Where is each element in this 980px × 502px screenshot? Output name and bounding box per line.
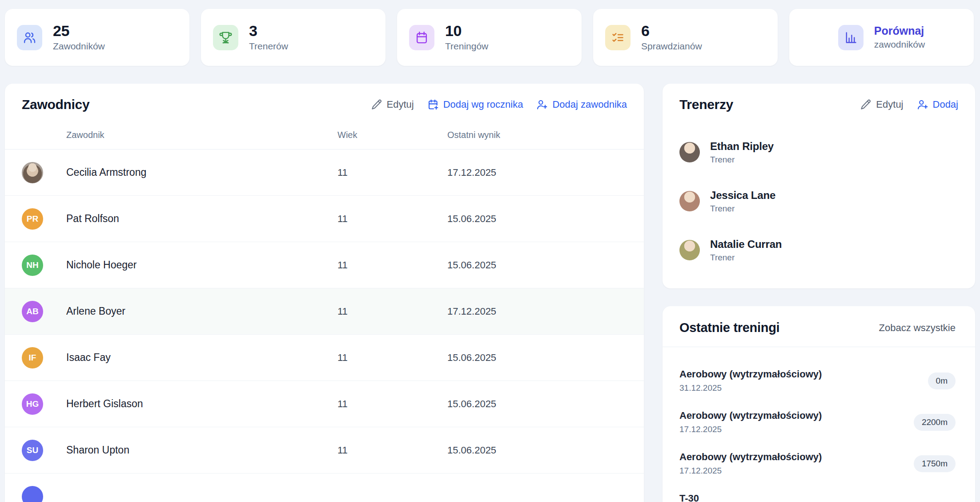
stat-label: Sprawdzianów <box>641 41 702 52</box>
player-row[interactable]: PR Pat Rolfson 11 15.06.2025 <box>5 196 644 242</box>
stat-card: 25 Zawodników <box>5 9 189 66</box>
stat-value: 3 <box>249 23 288 39</box>
player-name: Sharon Upton <box>66 444 337 456</box>
edit-players-button[interactable]: Edytuj <box>371 99 414 110</box>
player-age: 11 <box>337 259 447 271</box>
add-player-button[interactable]: Dodaj zawodnika <box>536 99 627 110</box>
coach-avatar <box>679 240 700 260</box>
player-age: 11 <box>337 213 447 225</box>
stat-icon <box>23 31 36 45</box>
stat-value: 25 <box>53 23 105 39</box>
see-all-trainings-link[interactable]: Zobacz wszystkie <box>879 322 956 334</box>
player-last-result: 15.06.2025 <box>447 398 627 410</box>
coach-name: Ethan Ripley <box>710 140 774 153</box>
stat-icon <box>219 31 233 45</box>
stat-icon-box <box>213 25 238 50</box>
training-distance-badge: 2200m <box>914 414 956 431</box>
players-title: Zawodnicy <box>22 97 89 112</box>
stat-label: Trenerów <box>249 41 288 52</box>
player-row[interactable]: NH Nichole Hoeger 11 15.06.2025 <box>5 242 644 288</box>
player-last-result: 15.06.2025 <box>447 352 627 364</box>
training-date: 17.12.2025 <box>679 466 822 476</box>
column-last-result: Ostatni wynik <box>447 130 627 140</box>
player-name: Arlene Boyer <box>66 305 337 317</box>
coach-item[interactable]: Natalie Curran Trener <box>679 236 958 264</box>
player-row[interactable]: HG Herbert Gislason 11 15.06.2025 <box>5 381 644 427</box>
coaches-actions: Edytuj Dodaj <box>860 99 958 110</box>
players-panel: Zawodnicy Edytuj Dodaj wg rocznika Dodaj… <box>5 84 644 502</box>
training-name: Aerobowy (wytrzymałościowy) <box>679 368 822 380</box>
training-distance-badge: 0m <box>928 372 956 389</box>
edit-coaches-button[interactable]: Edytuj <box>860 99 903 110</box>
player-name: Herbert Gislason <box>66 398 337 410</box>
player-name: Cecilia Armstrong <box>66 166 337 178</box>
stat-icon <box>415 31 429 45</box>
training-date: 17.12.2025 <box>679 425 822 434</box>
player-avatar: IF <box>22 347 43 368</box>
coach-name: Natalie Curran <box>710 238 782 251</box>
training-item[interactable]: Aerobowy (wytrzymałościowy) 31.12.2025 0… <box>679 368 956 393</box>
coach-role: Trener <box>710 155 774 165</box>
coach-name: Jessica Lane <box>710 189 775 202</box>
training-name: Aerobowy (wytrzymałościowy) <box>679 451 822 463</box>
player-age: 11 <box>337 352 447 364</box>
coach-avatar <box>679 191 700 211</box>
stat-card: 10 Treningów <box>397 9 582 66</box>
training-item[interactable]: Aerobowy (wytrzymałościowy) 17.12.2025 2… <box>679 410 956 434</box>
player-avatar: HG <box>22 393 43 415</box>
coach-role: Trener <box>710 204 775 214</box>
coaches-panel: Trenerzy Edytuj Dodaj Ethan Ripley Trene… <box>663 84 975 288</box>
training-item[interactable]: T-30 <box>679 493 956 502</box>
player-last-result: 17.12.2025 <box>447 306 627 317</box>
column-player: Zawodnik <box>66 130 337 140</box>
player-avatar: SU <box>22 440 43 461</box>
training-name: Aerobowy (wytrzymałościowy) <box>679 410 822 421</box>
coaches-title: Trenerzy <box>679 97 733 112</box>
user-plus-icon <box>536 99 548 110</box>
stat-label: Treningów <box>445 41 488 52</box>
add-coach-button[interactable]: Dodaj <box>917 99 958 110</box>
column-age: Wiek <box>337 130 447 140</box>
coach-item[interactable]: Jessica Lane Trener <box>679 187 958 215</box>
stat-card: 3 Trenerów <box>201 9 386 66</box>
stat-value: 6 <box>641 23 702 39</box>
stat-icon-box <box>605 25 631 50</box>
player-avatar: AB <box>22 301 43 322</box>
player-name: Isaac Fay <box>66 352 337 364</box>
recent-trainings-panel: Ostatnie treningi Zobacz wszystkie Aerob… <box>663 306 975 502</box>
bar-chart-icon <box>844 31 858 45</box>
compare-players-card[interactable]: Porównaj zawodników <box>789 9 974 66</box>
player-last-result: 15.06.2025 <box>447 213 627 225</box>
trainings-title: Ostatnie treningi <box>679 320 779 335</box>
pencil-icon <box>371 99 382 110</box>
training-distance-badge: 1750m <box>914 455 956 472</box>
player-row[interactable] <box>5 474 644 502</box>
coach-role: Trener <box>710 253 782 263</box>
player-avatar <box>22 486 43 502</box>
player-avatar: PR <box>22 208 43 230</box>
coach-item[interactable]: Ethan Ripley Trener <box>679 138 958 166</box>
player-age: 11 <box>337 398 447 410</box>
player-row[interactable]: Cecilia Armstrong 11 17.12.2025 <box>5 150 644 196</box>
trainings-list: Aerobowy (wytrzymałościowy) 31.12.2025 0… <box>663 347 975 502</box>
player-name: Pat Rolfson <box>66 213 337 225</box>
training-date: 31.12.2025 <box>679 383 822 393</box>
compare-title: Porównaj <box>874 25 925 37</box>
player-row[interactable]: SU Sharon Upton 11 15.06.2025 <box>5 427 644 474</box>
coach-list: Ethan Ripley Trener Jessica Lane Trener … <box>663 138 975 264</box>
stat-icon <box>611 31 625 45</box>
players-table-body: Cecilia Armstrong 11 17.12.2025 PR Pat R… <box>5 150 644 502</box>
pencil-icon <box>860 99 872 110</box>
add-by-year-button[interactable]: Dodaj wg rocznika <box>427 99 523 110</box>
player-row[interactable]: IF Isaac Fay 11 15.06.2025 <box>5 335 644 381</box>
training-item[interactable]: Aerobowy (wytrzymałościowy) 17.12.2025 1… <box>679 451 956 476</box>
player-row[interactable]: AB Arlene Boyer 11 17.12.2025 <box>5 288 644 335</box>
player-age: 11 <box>337 167 447 178</box>
compare-icon-box <box>838 25 864 50</box>
players-actions: Edytuj Dodaj wg rocznika Dodaj zawodnika <box>371 99 627 110</box>
coach-avatar <box>679 142 700 162</box>
stats-row: 25 Zawodników 3 Trenerów 10 Treningów <box>5 9 974 66</box>
training-name: T-30 <box>679 493 699 502</box>
player-age: 11 <box>337 306 447 317</box>
stat-icon-box <box>409 25 434 50</box>
